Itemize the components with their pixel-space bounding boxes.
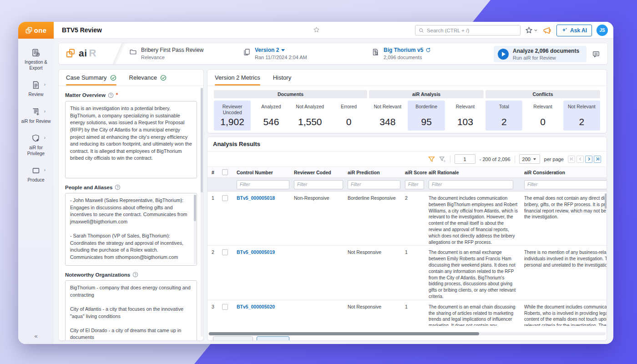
table-footer-button-secondary[interactable]	[257, 336, 289, 341]
row-number: 2	[207, 249, 219, 255]
analysis-results-panel: Analysis Results 0 - 200 of 2,096 200 pe…	[207, 136, 607, 341]
filter-input-air-prediction[interactable]	[348, 180, 400, 189]
analyze-subtitle: Run aiR for Review	[513, 55, 579, 61]
table-vertical-scrollbar[interactable]	[605, 193, 607, 209]
announcements-icon[interactable]	[542, 26, 552, 35]
table-horizontal-scrollbar[interactable]	[208, 332, 606, 335]
field-textarea[interactable]: BigThorium - company that does energy co…	[65, 280, 197, 341]
tab-version-2-metrics[interactable]: Version 2 Metrics	[215, 70, 260, 86]
metric-documents-analyzed[interactable]: Analyzed546	[253, 101, 289, 131]
select-all-checkbox[interactable]	[222, 169, 228, 175]
sidebar-item-produce[interactable]: ›Produce	[18, 166, 54, 183]
previous-page-button[interactable]	[576, 156, 584, 163]
refresh-icon[interactable]	[425, 47, 431, 53]
sidebar-item-air-for-review[interactable]: ›aiR for Review	[18, 107, 54, 125]
clear-filter-icon[interactable]: 0	[439, 156, 446, 162]
saved-search-section: Big Thorium v5 2,096 documents	[372, 47, 431, 60]
filter-input-control-number[interactable]	[237, 180, 289, 189]
version-section: Version 2 Ran 11/7/2024 2:04 AM	[243, 47, 307, 60]
row-checkbox[interactable]	[222, 249, 228, 255]
sidebar-item-review[interactable]: ›Review	[18, 81, 54, 98]
tab-case-summary[interactable]: Case Summary	[66, 70, 116, 86]
filter-input-air-rationale[interactable]	[429, 180, 513, 189]
first-page-button[interactable]	[568, 156, 575, 163]
last-page-button[interactable]	[594, 156, 601, 163]
project-subtitle: Relevance	[141, 55, 203, 60]
metric-value: 2	[579, 116, 584, 127]
metric-conflicts-total[interactable]: Total2	[485, 101, 522, 131]
metric-air-analysis-not-relevant[interactable]: Not Relevant348	[369, 101, 406, 131]
saved-search-subtitle: 2,096 documents	[384, 55, 431, 60]
metric-documents-reviewer-uncoded[interactable]: Reviewer Uncoded1,902	[214, 101, 251, 131]
column-header-[interactable]: #	[207, 170, 219, 175]
user-avatar[interactable]: JS	[597, 25, 608, 36]
field-textarea[interactable]: - John Maxwell (Sales Representative, Bi…	[65, 193, 197, 266]
table-footer-button[interactable]	[213, 336, 253, 341]
filter-icon[interactable]	[428, 156, 435, 162]
metric-air-analysis-relevant[interactable]: Relevant103	[447, 101, 484, 131]
row-checkbox[interactable]	[222, 195, 228, 201]
column-header-reviewer-coded[interactable]: Reviewer Coded	[294, 170, 348, 175]
favorites-chevron-icon[interactable]	[534, 28, 538, 32]
sidebar-item-air-for-privilege[interactable]: ›aiR for Privilege	[18, 134, 54, 157]
metric-group-air-analysis: aiR Analysis	[369, 90, 484, 98]
metric-documents-errored[interactable]: Errored0	[330, 101, 367, 131]
filter-input-air-consideration[interactable]	[524, 180, 607, 189]
relativity-one-logo[interactable]: one	[18, 22, 54, 39]
saved-search-link[interactable]: Big Thorium v5	[384, 47, 431, 53]
page-number-input[interactable]	[455, 154, 475, 164]
field-noteworthy-organizations: Noteworthy OrganizationsBigThorium - com…	[65, 272, 197, 341]
air-logo: aiR	[66, 47, 96, 59]
check-circle-icon	[160, 75, 167, 81]
collapse-rail-button[interactable]: «	[18, 333, 54, 339]
table-controls: 0 - 200 of 2,096 200 per page	[207, 152, 607, 167]
version-selector[interactable]: Version 2	[255, 47, 307, 53]
sidebar-item-label: aiR for Privilege	[20, 145, 52, 157]
filter-input-air-score[interactable]	[405, 180, 424, 189]
air-rationale-cell: The document is an email chain discussin…	[429, 304, 524, 326]
metric-value: 0	[346, 116, 352, 127]
column-header-air-consideration[interactable]: aiR Consideration	[524, 170, 607, 175]
air-review-icon: ›	[31, 107, 40, 116]
sidebar-item-label: aiR for Review	[20, 119, 52, 125]
relativity-logo-icon	[25, 27, 32, 34]
filter-input-reviewer-coded[interactable]	[294, 180, 343, 189]
column-header-control-number[interactable]: Control Number	[237, 170, 294, 175]
metric-conflicts-relevant[interactable]: Relevant0	[524, 101, 561, 131]
required-asterisk: *	[116, 92, 118, 98]
row-checkbox[interactable]	[222, 304, 228, 310]
metric-documents-not-analyzed[interactable]: Not Analyzed1,550	[292, 101, 329, 131]
metric-label: Analyzed	[261, 104, 281, 110]
sparkle-icon	[561, 27, 567, 33]
favorites-star-icon[interactable]	[525, 26, 533, 34]
next-page-button[interactable]	[585, 156, 592, 163]
help-icon[interactable]	[115, 184, 121, 190]
control-number-link[interactable]: BTv5_000005018	[237, 195, 294, 201]
global-search[interactable]	[415, 25, 521, 35]
help-icon[interactable]	[132, 272, 138, 278]
column-header-air-prediction[interactable]: aiR Prediction	[348, 170, 405, 175]
favorite-star-icon[interactable]	[313, 26, 320, 33]
field-textarea[interactable]: This is an investigation into a potentia…	[65, 101, 197, 178]
metric-conflicts-not-relevant[interactable]: Not Relevant2	[563, 101, 600, 131]
column-header-air-score[interactable]: aiR Score	[405, 170, 429, 175]
tab-relevance[interactable]: Relevance	[129, 70, 167, 86]
logo-text: one	[34, 26, 47, 34]
metric-air-analysis-borderline[interactable]: Borderline95	[408, 101, 445, 131]
column-header-air-rationale[interactable]: aiR Rationale	[429, 170, 524, 175]
control-number-link[interactable]: BTv5_000005020	[237, 304, 294, 309]
page-size-select[interactable]: 200	[519, 154, 540, 164]
panel-scrollbar[interactable]	[201, 88, 203, 337]
help-icon[interactable]	[108, 92, 114, 98]
control-number-link[interactable]: BTv5_000005019	[237, 249, 294, 255]
sidebar-item-ingestion-export[interactable]: Ingestion & Export	[18, 48, 54, 71]
textarea-scrollbar[interactable]	[194, 194, 196, 264]
analysis-results-title: Analysis Results	[207, 137, 607, 152]
feedback-icon[interactable]	[592, 50, 600, 58]
search-input[interactable]	[427, 28, 517, 33]
analyze-documents-button[interactable]: Analyze 2,096 documents Run aiR for Revi…	[494, 46, 586, 62]
tab-history[interactable]: History	[273, 70, 291, 86]
metric-value: 348	[379, 116, 395, 127]
ask-ai-button[interactable]: Ask AI	[556, 25, 592, 36]
air-score-cell: 1	[405, 304, 429, 309]
